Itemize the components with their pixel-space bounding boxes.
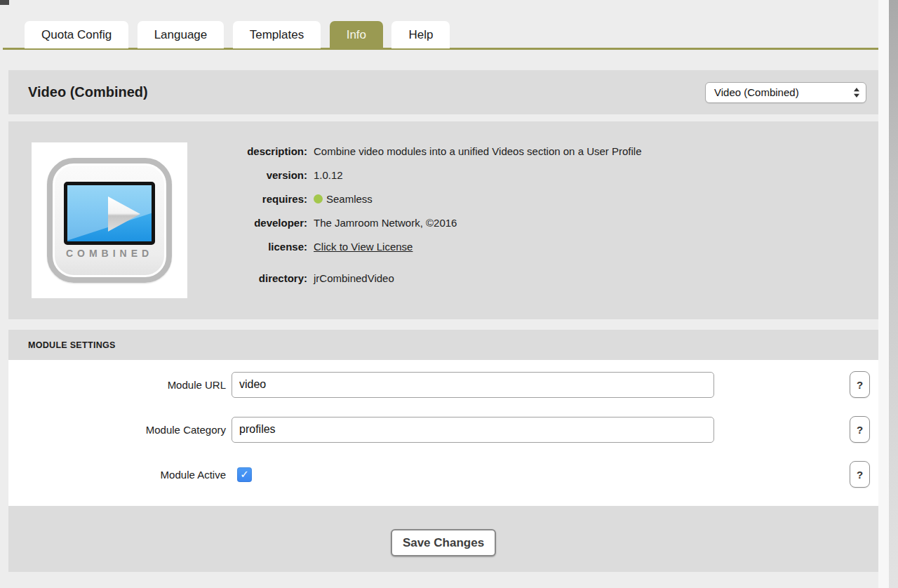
description-row: description: Combine video modules into …	[224, 144, 642, 159]
tab-quota-config[interactable]: Quota Config	[25, 21, 128, 48]
module-select[interactable]: Video (Combined)	[705, 82, 866, 103]
requires-value: Seamless	[314, 192, 373, 206]
footer-bar: Save Changes	[8, 506, 878, 572]
page-container: Quota Config Language Templates Info Hel…	[8, 0, 878, 572]
module-category-row: Module Category ?	[8, 416, 870, 443]
view-license-link[interactable]: Click to View License	[314, 241, 413, 253]
module-active-help-button[interactable]: ?	[850, 461, 870, 488]
combined-video-app-icon: COMBINED	[47, 158, 172, 283]
module-active-label: Module Active	[8, 469, 232, 481]
icon-caption: COMBINED	[53, 248, 166, 259]
tab-bar: Quota Config Language Templates Info Hel…	[8, 0, 878, 49]
module-active-checkbox[interactable]: ✓	[237, 467, 252, 482]
checkmark-icon: ✓	[240, 468, 249, 481]
page-title: Video (Combined)	[28, 84, 148, 100]
module-header-bar: Video (Combined) Video (Combined)	[8, 70, 878, 114]
developer-label: developer:	[224, 215, 307, 230]
requires-label: requires:	[224, 192, 307, 206]
license-label: license:	[224, 239, 307, 254]
tab-language[interactable]: Language	[138, 21, 224, 48]
developer-value: The Jamroom Network, ©2016	[314, 215, 457, 230]
tab-help[interactable]: Help	[391, 21, 450, 48]
version-row: version: 1.0.12	[224, 168, 642, 182]
window-right-edge	[878, 0, 898, 588]
version-label: version:	[224, 168, 307, 182]
module-info-section: COMBINED description: Combine video modu…	[8, 121, 878, 319]
description-label: description:	[224, 144, 307, 159]
module-settings-header: MODULE SETTINGS	[8, 330, 878, 360]
module-details: description: Combine video modules into …	[224, 144, 642, 295]
description-value: Combine video modules into a unified Vid…	[314, 144, 642, 159]
window-edge-shadow	[889, 0, 898, 588]
status-dot-icon	[314, 194, 323, 203]
module-select-value: Video (Combined)	[714, 86, 853, 98]
scrollbar-track[interactable]	[878, 0, 889, 588]
module-settings-form: Module URL ? Module Category ? Module Ac…	[8, 360, 878, 506]
video-screen-icon	[64, 182, 155, 245]
tab-info[interactable]: Info	[330, 21, 383, 48]
module-url-label: Module URL	[8, 379, 232, 391]
module-category-input[interactable]	[232, 417, 714, 443]
requires-text: Seamless	[326, 193, 373, 205]
directory-label: directory:	[224, 271, 307, 286]
save-changes-button[interactable]: Save Changes	[391, 529, 496, 556]
directory-value: jrCombinedVideo	[314, 271, 394, 286]
module-image: COMBINED	[32, 142, 187, 298]
developer-row: developer: The Jamroom Network, ©2016	[224, 215, 642, 230]
module-active-row: Module Active ✓ ?	[8, 461, 870, 488]
module-url-row: Module URL ?	[8, 371, 870, 398]
directory-row: directory: jrCombinedVideo	[224, 271, 642, 286]
module-category-label: Module Category	[8, 424, 232, 436]
module-url-input[interactable]	[232, 372, 714, 398]
tab-templates[interactable]: Templates	[233, 21, 321, 48]
module-url-help-button[interactable]: ?	[850, 371, 870, 398]
requires-row: requires: Seamless	[224, 192, 642, 206]
license-row: license: Click to View License	[224, 239, 642, 254]
module-category-help-button[interactable]: ?	[850, 416, 870, 443]
version-value: 1.0.12	[314, 168, 343, 182]
select-arrows-icon	[853, 87, 860, 98]
